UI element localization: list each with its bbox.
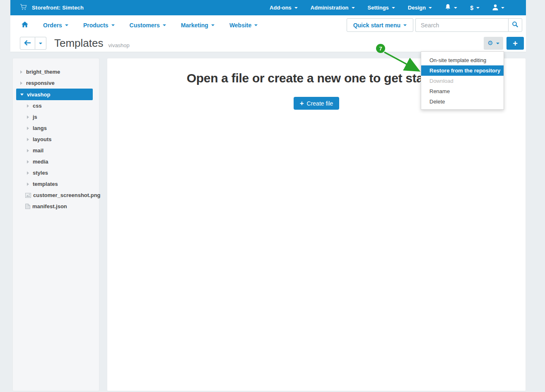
tree-item-label: mail — [33, 147, 43, 154]
chevron-down-icon — [476, 7, 480, 9]
back-button-group — [20, 37, 46, 50]
gear-button[interactable]: ⚙ — [484, 37, 503, 50]
tree-item-customer-screenshot[interactable]: customer_screenshot.png — [13, 190, 99, 201]
chevron-down-icon[interactable] — [20, 94, 24, 96]
tree-item-label: bright_theme — [26, 69, 60, 75]
chevron-right-icon[interactable] — [27, 127, 29, 130]
tree-item-label: styles — [33, 170, 48, 176]
menu-add-ons-label: Add-ons — [270, 5, 292, 11]
home-icon — [22, 22, 28, 29]
tree-item-label: responsive — [26, 80, 55, 86]
menu-item-delete[interactable]: Delete — [421, 96, 504, 107]
nav-item-label: Orders — [43, 22, 62, 29]
chevron-right-icon[interactable] — [27, 138, 29, 141]
chevron-right-icon[interactable] — [27, 183, 29, 186]
nav-item-marketing[interactable]: Marketing — [181, 22, 215, 29]
chevron-down-icon — [403, 24, 407, 26]
search-button[interactable] — [508, 18, 522, 32]
create-file-label: Create file — [307, 100, 333, 107]
top-bar-menus: Add-ons Administration Settings Design — [270, 4, 504, 12]
file-tree-panel: bright_theme responsive vivashop css js … — [12, 58, 99, 391]
currency-menu[interactable]: $ — [470, 5, 480, 11]
chevron-down-icon — [501, 7, 504, 9]
quick-start-menu-button[interactable]: Quick start menu — [347, 18, 413, 32]
nav-item-label: Marketing — [181, 22, 208, 29]
chevron-down-icon — [65, 24, 68, 26]
menu-add-ons[interactable]: Add-ons — [270, 5, 298, 11]
page-subtitle: vivashop — [109, 42, 130, 48]
bell-icon — [445, 4, 451, 12]
search-input[interactable] — [415, 18, 508, 32]
menu-settings[interactable]: Settings — [368, 5, 395, 11]
nav-item-label: Website — [229, 22, 251, 29]
menu-item-onsite-template-editing[interactable]: On-site template editing — [421, 55, 504, 65]
tree-item-label: vivashop — [27, 91, 50, 98]
tree-item-responsive[interactable]: responsive — [13, 77, 99, 89]
tree-item-label: media — [33, 159, 48, 165]
nav-item-products[interactable]: Products — [83, 22, 115, 29]
add-button[interactable]: + — [506, 37, 524, 50]
tree-item-manifest-json[interactable]: manifest.json — [13, 201, 99, 212]
back-button[interactable] — [20, 37, 35, 50]
tree-item-label: langs — [33, 125, 47, 131]
image-icon — [25, 193, 31, 198]
gear-icon: ⚙ — [487, 40, 493, 46]
notifications-menu[interactable] — [445, 4, 457, 12]
admin-app-window: Storefront: Simtech Add-ons Administrati… — [10, 0, 526, 392]
menu-design[interactable]: Design — [408, 5, 432, 11]
tree-item-layouts[interactable]: layouts — [13, 134, 99, 145]
chevron-down-icon — [294, 7, 298, 9]
quick-start-menu-label: Quick start menu — [353, 22, 400, 29]
menu-item-restore-from-repository[interactable]: Restore from the repository — [421, 65, 504, 76]
tree-item-mail[interactable]: mail — [13, 145, 99, 156]
tree-item-bright-theme[interactable]: bright_theme — [13, 66, 99, 77]
top-bar: Storefront: Simtech Add-ons Administrati… — [10, 0, 526, 15]
nav-item-customers[interactable]: Customers — [130, 22, 166, 29]
chevron-right-icon[interactable] — [27, 160, 29, 164]
tree-item-label: customer_screenshot.png — [33, 192, 101, 198]
tree-item-media[interactable]: media — [13, 156, 99, 167]
chevron-right-icon[interactable] — [20, 70, 22, 74]
chevron-down-icon — [454, 7, 457, 9]
chevron-down-icon — [254, 24, 258, 26]
tree-item-label: js — [33, 114, 37, 120]
create-file-button[interactable]: + Create file — [294, 97, 340, 110]
chevron-right-icon[interactable] — [27, 115, 29, 119]
chevron-right-icon[interactable] — [27, 104, 29, 108]
nav-item-orders[interactable]: Orders — [43, 22, 68, 29]
nav-item-website[interactable]: Website — [229, 22, 258, 29]
menu-item-download: Download — [421, 76, 504, 86]
chevron-right-icon[interactable] — [27, 171, 29, 175]
chevron-right-icon[interactable] — [27, 149, 29, 152]
chevron-right-icon[interactable] — [20, 82, 22, 85]
home-button[interactable] — [22, 22, 28, 29]
cart-icon — [20, 4, 27, 12]
menu-item-rename[interactable]: Rename — [421, 86, 504, 96]
menu-administration[interactable]: Administration — [311, 5, 355, 11]
storefront-switcher[interactable]: Storefront: Simtech — [20, 4, 84, 12]
menu-administration-label: Administration — [311, 5, 349, 11]
menu-design-label: Design — [408, 5, 426, 11]
tree-item-styles[interactable]: styles — [13, 167, 99, 178]
search-group — [415, 18, 522, 32]
header-actions: ⚙ + — [484, 37, 524, 50]
tree-item-label: css — [33, 103, 42, 109]
tree-item-langs[interactable]: langs — [13, 123, 99, 134]
nav-right-controls: Quick start menu — [347, 18, 522, 32]
chevron-down-icon — [392, 7, 395, 9]
main-nav-bar: Orders Products Customers Marketing Webs… — [10, 15, 526, 35]
tree-item-css[interactable]: css — [13, 100, 99, 111]
storefront-label: Storefront: Simtech — [32, 5, 84, 11]
tree-item-js[interactable]: js — [13, 111, 99, 123]
chevron-down-icon — [496, 43, 499, 44]
back-history-dropdown-button[interactable] — [35, 37, 46, 50]
user-account-menu[interactable] — [492, 4, 504, 12]
file-icon — [25, 204, 30, 209]
tree-item-vivashop-selected[interactable]: vivashop — [16, 89, 93, 100]
nav-item-label: Customers — [130, 22, 160, 29]
nav-item-label: Products — [83, 22, 109, 29]
tree-item-templates[interactable]: templates — [13, 178, 99, 190]
menu-settings-label: Settings — [368, 5, 389, 11]
arrow-left-icon — [24, 40, 31, 47]
gear-dropdown-menu: On-site template editing Restore from th… — [421, 51, 504, 110]
